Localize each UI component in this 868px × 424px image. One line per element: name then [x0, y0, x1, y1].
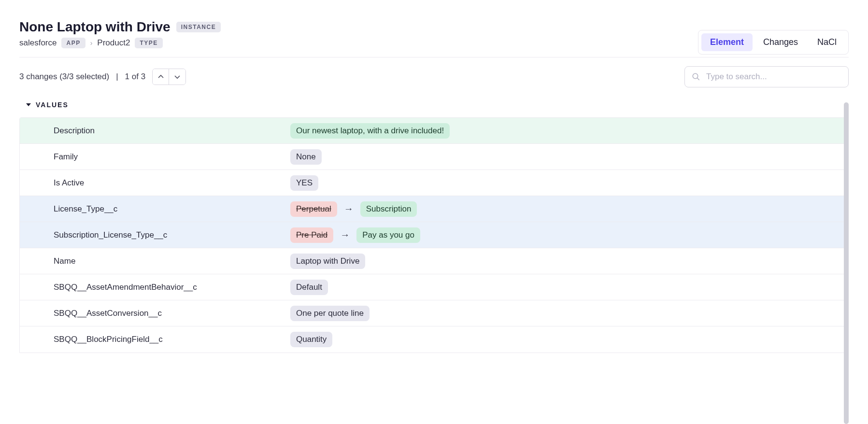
search-input[interactable] [706, 72, 841, 82]
changes-summary: 3 changes (3/3 selected) [19, 72, 109, 82]
table-row[interactable]: SBQQ__AssetConversion__cOne per quote li… [20, 300, 848, 326]
chevron-down-icon [174, 74, 180, 80]
caret-down-icon [26, 102, 31, 107]
value: None [290, 149, 322, 165]
field-value: Our newest laptop, with a drive included… [290, 123, 848, 139]
change-stepper [152, 69, 186, 85]
field-label: Description [20, 126, 290, 136]
breadcrumb-type[interactable]: Product2 [97, 38, 130, 48]
divider [19, 57, 849, 57]
view-tabs: Element Changes NaCl [698, 30, 849, 55]
field-label: SBQQ__AssetConversion__c [20, 309, 290, 318]
field-label: Family [20, 152, 290, 162]
table-row[interactable]: FamilyNone [20, 144, 848, 170]
breadcrumb-app[interactable]: salesforce [19, 38, 57, 48]
tab-nacl[interactable]: NaCl [809, 33, 845, 51]
field-value: Perpetual→Subscription [290, 201, 848, 217]
new-value: Our newest laptop, with a drive included… [290, 123, 450, 139]
table-row[interactable]: Subscription_License_Type__cPre Paid→Pay… [20, 222, 848, 248]
values-section-toggle[interactable]: VALUES [26, 101, 849, 109]
value: Default [290, 280, 328, 295]
value: Quantity [290, 332, 332, 347]
value: Laptop with Drive [290, 254, 365, 269]
field-value: Default [290, 280, 848, 295]
new-value: Pay as you go [356, 227, 420, 243]
value: YES [290, 175, 318, 191]
arrow-right-icon: → [340, 229, 350, 240]
changes-position: 1 of 3 [125, 72, 146, 82]
svg-line-1 [697, 78, 699, 80]
table-row[interactable]: SBQQ__BlockPricingField__cQuantity [20, 326, 848, 353]
divider-pipe: | [116, 72, 118, 82]
value: One per quote line [290, 306, 370, 321]
values-table: DescriptionOur newest laptop, with a dri… [19, 117, 849, 353]
prev-change-button[interactable] [153, 69, 169, 85]
field-label: Name [20, 256, 290, 266]
table-row[interactable]: License_Type__cPerpetual→Subscription [20, 196, 848, 222]
page-title: None Laptop with Drive [19, 19, 171, 35]
old-value: Pre Paid [290, 227, 333, 243]
app-badge: APP [61, 38, 85, 48]
arrow-right-icon: → [344, 203, 354, 214]
type-badge: TYPE [135, 38, 162, 48]
table-row[interactable]: Is ActiveYES [20, 170, 848, 196]
instance-badge: INSTANCE [176, 22, 221, 32]
old-value: Perpetual [290, 201, 337, 217]
field-label: SBQQ__AssetAmendmentBehavior__c [20, 283, 290, 292]
tab-element[interactable]: Element [701, 33, 753, 51]
table-row[interactable]: SBQQ__AssetAmendmentBehavior__cDefault [20, 274, 848, 300]
tab-changes[interactable]: Changes [754, 33, 807, 51]
field-label: Is Active [20, 178, 290, 188]
chevron-up-icon [158, 74, 164, 80]
field-value: Laptop with Drive [290, 254, 848, 269]
values-section-label: VALUES [36, 101, 69, 109]
chevron-right-icon: › [90, 39, 93, 47]
table-row[interactable]: NameLaptop with Drive [20, 248, 848, 274]
field-value: Pre Paid→Pay as you go [290, 227, 848, 243]
field-value: Quantity [290, 332, 848, 347]
field-label: License_Type__c [20, 204, 290, 214]
field-value: YES [290, 175, 848, 191]
new-value: Subscription [360, 201, 417, 217]
table-row[interactable]: DescriptionOur newest laptop, with a dri… [20, 118, 848, 144]
search-field[interactable] [684, 66, 849, 87]
next-change-button[interactable] [169, 69, 185, 85]
field-label: Subscription_License_Type__c [20, 230, 290, 240]
field-label: SBQQ__BlockPricingField__c [20, 335, 290, 344]
field-value: None [290, 149, 848, 165]
search-icon [692, 72, 700, 81]
svg-point-0 [693, 73, 698, 79]
field-value: One per quote line [290, 306, 848, 321]
scrollbar[interactable] [844, 102, 849, 353]
